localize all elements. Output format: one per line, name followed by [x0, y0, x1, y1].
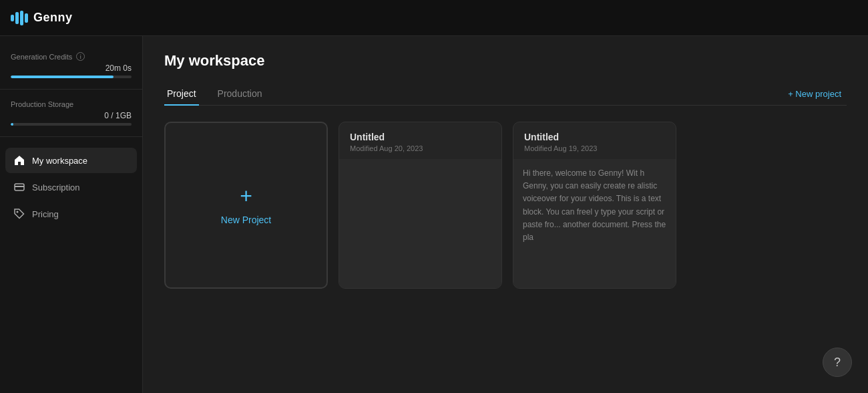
card-icon — [13, 181, 25, 193]
sidebar-item-label-workspace: My workspace — [32, 156, 87, 166]
card-1-header: Untitled Modified Aug 19, 2023 — [513, 122, 676, 159]
new-plus-icon: + — [240, 185, 252, 207]
card-0-title: Untitled — [350, 132, 491, 142]
svg-rect-0 — [11, 15, 14, 21]
card-0-date: Modified Aug 20, 2023 — [350, 144, 491, 152]
credits-label-row: Generation Credits i — [11, 52, 132, 61]
storage-progress-bar — [11, 123, 132, 126]
help-icon: ? — [834, 356, 841, 370]
storage-value: 0 / 1GB — [11, 111, 132, 120]
tabs-row: Project Production + New project — [164, 83, 847, 106]
logo-text: Genny — [33, 11, 73, 25]
svg-rect-3 — [25, 13, 28, 23]
svg-point-6 — [17, 211, 19, 213]
sidebar-item-label-subscription: Subscription — [32, 182, 80, 192]
storage-section: Production Storage 0 / 1GB — [0, 95, 142, 137]
storage-progress-fill — [11, 123, 13, 126]
new-project-card-label: New Project — [221, 215, 271, 225]
credits-progress-bar — [11, 76, 132, 78]
credits-progress-fill — [11, 76, 114, 78]
project-card-0[interactable]: Untitled Modified Aug 20, 2023 — [339, 122, 502, 289]
home-icon — [13, 154, 25, 166]
sidebar-item-subscription[interactable]: Subscription — [5, 174, 137, 200]
tag-icon — [13, 208, 25, 220]
svg-rect-5 — [15, 186, 24, 187]
logo-icon — [11, 11, 29, 25]
svg-rect-1 — [15, 12, 19, 24]
new-project-card[interactable]: + New Project — [164, 122, 328, 289]
credits-value: 20m 0s — [11, 63, 132, 73]
topbar: Genny — [0, 0, 868, 36]
card-1-title: Untitled — [524, 132, 665, 142]
credits-info-icon[interactable]: i — [76, 52, 85, 61]
sidebar-item-label-pricing: Pricing — [32, 209, 59, 219]
new-project-button-label: + New project — [788, 89, 841, 99]
tab-production-label: Production — [218, 88, 262, 99]
card-1-preview: Hi there, welcome to Genny! Wit h Genny,… — [513, 159, 676, 288]
storage-label: Production Storage — [11, 100, 132, 108]
card-0-header: Untitled Modified Aug 20, 2023 — [339, 122, 501, 159]
svg-rect-2 — [20, 11, 23, 25]
logo: Genny — [11, 11, 73, 25]
content-area: My workspace Project Production + New pr… — [143, 36, 868, 393]
tab-project-label: Project — [167, 88, 196, 99]
help-button[interactable]: ? — [823, 348, 852, 377]
sidebar: Generation Credits i 20m 0s Production S… — [0, 36, 143, 393]
sidebar-item-my-workspace[interactable]: My workspace — [5, 148, 137, 173]
new-project-button[interactable]: + New project — [783, 83, 847, 105]
cards-grid: + New Project Untitled Modified Aug 20, … — [164, 122, 847, 289]
credits-label-text: Generation Credits — [11, 53, 72, 61]
sidebar-item-pricing[interactable]: Pricing — [5, 201, 137, 227]
card-0-preview — [339, 159, 501, 288]
page-title: My workspace — [164, 52, 847, 70]
tab-project[interactable]: Project — [164, 83, 199, 106]
main-layout: Generation Credits i 20m 0s Production S… — [0, 36, 868, 393]
credits-section: Generation Credits i 20m 0s — [0, 47, 142, 90]
card-1-date: Modified Aug 19, 2023 — [524, 144, 665, 152]
nav-items: My workspace Subscription — [0, 148, 142, 227]
project-card-1[interactable]: Untitled Modified Aug 19, 2023 Hi there,… — [513, 122, 676, 289]
tab-production[interactable]: Production — [215, 83, 265, 106]
